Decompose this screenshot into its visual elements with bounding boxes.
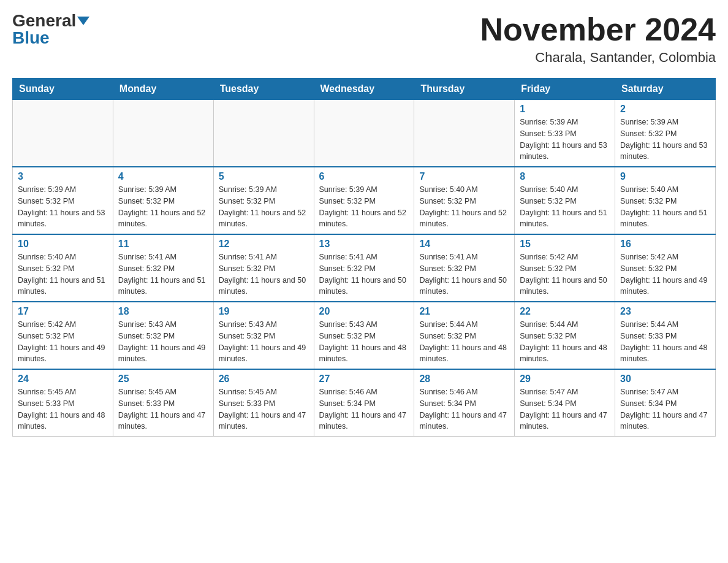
day-info: Sunrise: 5:39 AMSunset: 5:32 PMDaylight:… (118, 184, 208, 230)
calendar-cell: 1Sunrise: 5:39 AMSunset: 5:33 PMDaylight… (515, 100, 615, 167)
day-number: 12 (219, 239, 309, 250)
day-header-monday: Monday (113, 79, 213, 100)
calendar-cell: 12Sunrise: 5:41 AMSunset: 5:32 PMDayligh… (213, 234, 314, 302)
day-info: Sunrise: 5:45 AMSunset: 5:33 PMDaylight:… (18, 386, 108, 432)
day-number: 18 (118, 306, 208, 317)
day-number: 11 (118, 239, 208, 250)
day-info: Sunrise: 5:44 AMSunset: 5:32 PMDaylight:… (520, 319, 610, 365)
day-info: Sunrise: 5:39 AMSunset: 5:32 PMDaylight:… (620, 117, 710, 163)
day-info: Sunrise: 5:43 AMSunset: 5:32 PMDaylight:… (118, 319, 208, 365)
day-info: Sunrise: 5:40 AMSunset: 5:32 PMDaylight:… (419, 184, 509, 230)
month-title: November 2024 (480, 12, 716, 47)
day-number: 20 (319, 306, 409, 317)
day-info: Sunrise: 5:43 AMSunset: 5:32 PMDaylight:… (319, 319, 409, 365)
day-info: Sunrise: 5:42 AMSunset: 5:32 PMDaylight:… (18, 319, 108, 365)
calendar-table: SundayMondayTuesdayWednesdayThursdayFrid… (12, 78, 716, 437)
calendar-cell: 9Sunrise: 5:40 AMSunset: 5:32 PMDaylight… (615, 167, 716, 234)
location-text: Charala, Santander, Colombia (480, 50, 716, 66)
calendar-cell (113, 100, 213, 167)
calendar-cell: 2Sunrise: 5:39 AMSunset: 5:32 PMDaylight… (615, 100, 716, 167)
day-number: 10 (18, 239, 108, 250)
calendar-week-row: 1Sunrise: 5:39 AMSunset: 5:33 PMDaylight… (13, 100, 716, 167)
day-info: Sunrise: 5:46 AMSunset: 5:34 PMDaylight:… (419, 386, 509, 432)
day-info: Sunrise: 5:39 AMSunset: 5:33 PMDaylight:… (520, 117, 610, 163)
day-number: 7 (419, 171, 509, 182)
day-info: Sunrise: 5:39 AMSunset: 5:32 PMDaylight:… (219, 184, 309, 230)
day-number: 4 (118, 171, 208, 182)
calendar-cell: 8Sunrise: 5:40 AMSunset: 5:32 PMDaylight… (515, 167, 615, 234)
calendar-cell: 13Sunrise: 5:41 AMSunset: 5:32 PMDayligh… (314, 234, 414, 302)
day-info: Sunrise: 5:40 AMSunset: 5:32 PMDaylight:… (18, 251, 108, 297)
day-header-friday: Friday (515, 79, 615, 100)
day-number: 17 (18, 306, 108, 317)
day-header-wednesday: Wednesday (314, 79, 414, 100)
day-number: 9 (620, 171, 710, 182)
calendar-cell: 27Sunrise: 5:46 AMSunset: 5:34 PMDayligh… (314, 369, 414, 437)
day-number: 2 (620, 104, 710, 115)
day-info: Sunrise: 5:41 AMSunset: 5:32 PMDaylight:… (319, 251, 409, 297)
calendar-cell (213, 100, 314, 167)
day-info: Sunrise: 5:41 AMSunset: 5:32 PMDaylight:… (118, 251, 208, 297)
calendar-cell: 29Sunrise: 5:47 AMSunset: 5:34 PMDayligh… (515, 369, 615, 437)
calendar-cell (13, 100, 113, 167)
day-number: 29 (520, 373, 610, 385)
calendar-cell: 26Sunrise: 5:45 AMSunset: 5:33 PMDayligh… (213, 369, 314, 437)
day-number: 13 (319, 239, 409, 250)
day-number: 3 (18, 171, 108, 182)
calendar-cell: 4Sunrise: 5:39 AMSunset: 5:32 PMDaylight… (113, 167, 213, 234)
day-info: Sunrise: 5:41 AMSunset: 5:32 PMDaylight:… (219, 251, 309, 297)
calendar-cell: 3Sunrise: 5:39 AMSunset: 5:32 PMDaylight… (13, 167, 113, 234)
calendar-cell: 15Sunrise: 5:42 AMSunset: 5:32 PMDayligh… (515, 234, 615, 302)
calendar-cell: 7Sunrise: 5:40 AMSunset: 5:32 PMDaylight… (414, 167, 515, 234)
day-number: 27 (319, 373, 409, 385)
calendar-week-row: 10Sunrise: 5:40 AMSunset: 5:32 PMDayligh… (13, 234, 716, 302)
day-number: 23 (620, 306, 710, 317)
day-number: 28 (419, 373, 509, 385)
calendar-cell: 21Sunrise: 5:44 AMSunset: 5:32 PMDayligh… (414, 302, 515, 369)
calendar-cell: 6Sunrise: 5:39 AMSunset: 5:32 PMDaylight… (314, 167, 414, 234)
day-info: Sunrise: 5:42 AMSunset: 5:32 PMDaylight:… (620, 251, 710, 297)
day-number: 25 (118, 373, 208, 385)
calendar-week-row: 3Sunrise: 5:39 AMSunset: 5:32 PMDaylight… (13, 167, 716, 234)
day-info: Sunrise: 5:39 AMSunset: 5:32 PMDaylight:… (18, 184, 108, 230)
day-info: Sunrise: 5:40 AMSunset: 5:32 PMDaylight:… (620, 184, 710, 230)
day-number: 19 (219, 306, 309, 317)
day-info: Sunrise: 5:45 AMSunset: 5:33 PMDaylight:… (118, 386, 208, 432)
calendar-cell: 10Sunrise: 5:40 AMSunset: 5:32 PMDayligh… (13, 234, 113, 302)
calendar-header-row: SundayMondayTuesdayWednesdayThursdayFrid… (13, 79, 716, 100)
calendar-cell: 11Sunrise: 5:41 AMSunset: 5:32 PMDayligh… (113, 234, 213, 302)
day-info: Sunrise: 5:47 AMSunset: 5:34 PMDaylight:… (520, 386, 610, 432)
calendar-cell: 20Sunrise: 5:43 AMSunset: 5:32 PMDayligh… (314, 302, 414, 369)
calendar-cell: 30Sunrise: 5:47 AMSunset: 5:34 PMDayligh… (615, 369, 716, 437)
day-number: 26 (219, 373, 309, 385)
calendar-cell: 19Sunrise: 5:43 AMSunset: 5:32 PMDayligh… (213, 302, 314, 369)
day-info: Sunrise: 5:42 AMSunset: 5:32 PMDaylight:… (520, 251, 610, 297)
calendar-cell: 18Sunrise: 5:43 AMSunset: 5:32 PMDayligh… (113, 302, 213, 369)
logo-triangle-icon (77, 17, 89, 25)
calendar-cell: 28Sunrise: 5:46 AMSunset: 5:34 PMDayligh… (414, 369, 515, 437)
logo: General Blue (12, 12, 89, 47)
day-number: 21 (419, 306, 509, 317)
day-info: Sunrise: 5:44 AMSunset: 5:32 PMDaylight:… (419, 319, 509, 365)
day-header-tuesday: Tuesday (213, 79, 314, 100)
calendar-week-row: 17Sunrise: 5:42 AMSunset: 5:32 PMDayligh… (13, 302, 716, 369)
day-number: 24 (18, 373, 108, 385)
logo-general-text: General (12, 12, 76, 29)
day-header-sunday: Sunday (13, 79, 113, 100)
day-number: 22 (520, 306, 610, 317)
day-info: Sunrise: 5:46 AMSunset: 5:34 PMDaylight:… (319, 386, 409, 432)
day-info: Sunrise: 5:47 AMSunset: 5:34 PMDaylight:… (620, 386, 710, 432)
calendar-cell: 23Sunrise: 5:44 AMSunset: 5:33 PMDayligh… (615, 302, 716, 369)
title-area: November 2024 Charala, Santander, Colomb… (480, 12, 716, 66)
day-info: Sunrise: 5:44 AMSunset: 5:33 PMDaylight:… (620, 319, 710, 365)
calendar-cell: 16Sunrise: 5:42 AMSunset: 5:32 PMDayligh… (615, 234, 716, 302)
calendar-cell (414, 100, 515, 167)
calendar-cell: 17Sunrise: 5:42 AMSunset: 5:32 PMDayligh… (13, 302, 113, 369)
day-info: Sunrise: 5:45 AMSunset: 5:33 PMDaylight:… (219, 386, 309, 432)
day-info: Sunrise: 5:43 AMSunset: 5:32 PMDaylight:… (219, 319, 309, 365)
calendar-week-row: 24Sunrise: 5:45 AMSunset: 5:33 PMDayligh… (13, 369, 716, 437)
day-info: Sunrise: 5:40 AMSunset: 5:32 PMDaylight:… (520, 184, 610, 230)
day-info: Sunrise: 5:39 AMSunset: 5:32 PMDaylight:… (319, 184, 409, 230)
calendar-cell: 5Sunrise: 5:39 AMSunset: 5:32 PMDaylight… (213, 167, 314, 234)
page-header: General Blue November 2024 Charala, Sant… (12, 12, 716, 66)
